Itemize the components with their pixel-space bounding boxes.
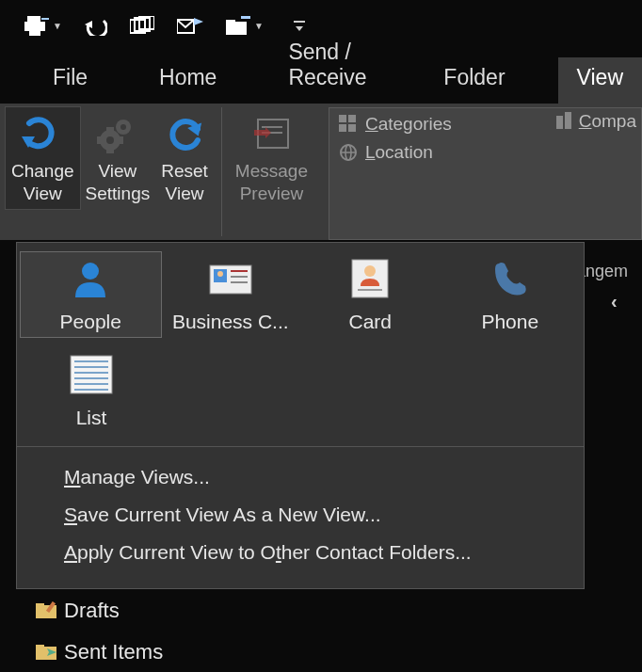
collapse-ribbon-chevron[interactable]: ‹ bbox=[611, 291, 618, 312]
svg-rect-29 bbox=[339, 115, 346, 122]
qat-archive-button[interactable]: ▼ bbox=[226, 16, 264, 37]
folder-drafts-label: Drafts bbox=[64, 599, 120, 623]
qat-undo-button[interactable] bbox=[85, 17, 107, 36]
view-option-list-label: List bbox=[76, 407, 107, 429]
reset-view-label: Reset View bbox=[161, 160, 208, 205]
menu-apply-view[interactable]: Apply Current View to Other Contact Fold… bbox=[17, 534, 584, 571]
forward-mail-icon bbox=[177, 16, 203, 37]
view-option-card[interactable]: Card bbox=[300, 252, 441, 337]
view-settings-button[interactable]: View Settings bbox=[80, 107, 156, 209]
svg-point-19 bbox=[106, 136, 114, 144]
card-icon bbox=[348, 258, 392, 299]
svg-rect-30 bbox=[348, 115, 356, 122]
drafts-folder-icon bbox=[36, 601, 58, 620]
svg-rect-37 bbox=[565, 112, 571, 129]
change-view-icon bbox=[22, 116, 63, 153]
view-option-people[interactable]: People bbox=[21, 252, 161, 337]
archive-folder-icon bbox=[226, 16, 250, 37]
svg-rect-3 bbox=[41, 18, 49, 20]
tab-send-receive[interactable]: Send / Receive bbox=[269, 32, 391, 104]
svg-rect-10 bbox=[226, 22, 247, 35]
folder-list: Drafts Sent Items bbox=[36, 599, 163, 664]
ribbon-tabstrip: File Home Send / Receive Folder View bbox=[0, 53, 642, 104]
arrangement-company[interactable]: Compa bbox=[579, 111, 636, 132]
view-option-list[interactable]: List bbox=[21, 348, 162, 433]
cascade-windows-icon bbox=[130, 16, 154, 37]
reset-icon bbox=[164, 116, 205, 153]
svg-point-41 bbox=[217, 271, 223, 277]
globe-icon bbox=[339, 143, 358, 162]
printer-icon bbox=[24, 16, 49, 37]
menu-divider bbox=[17, 446, 584, 447]
qat-print-button[interactable]: ▼ bbox=[24, 16, 62, 37]
svg-rect-56 bbox=[36, 603, 44, 607]
tab-home[interactable]: Home bbox=[140, 57, 235, 104]
message-preview-icon bbox=[250, 116, 292, 153]
svg-marker-9 bbox=[194, 18, 203, 25]
view-option-card-label: Card bbox=[348, 311, 392, 333]
svg-rect-59 bbox=[36, 645, 44, 648]
svg-rect-2 bbox=[29, 28, 40, 36]
categories-icon bbox=[339, 115, 358, 134]
folder-drafts[interactable]: Drafts bbox=[36, 599, 163, 623]
svg-marker-28 bbox=[254, 127, 271, 138]
svg-rect-32 bbox=[348, 124, 356, 132]
change-view-label: Change View bbox=[11, 160, 74, 205]
phone-icon bbox=[490, 258, 531, 299]
svg-rect-12 bbox=[241, 16, 250, 19]
view-option-people-label: People bbox=[60, 311, 121, 333]
svg-marker-24 bbox=[187, 123, 205, 139]
qat-windows-button[interactable] bbox=[130, 16, 154, 37]
svg-rect-0 bbox=[27, 16, 40, 22]
svg-point-17 bbox=[120, 124, 126, 130]
sent-folder-icon bbox=[36, 643, 58, 662]
view-option-business-label: Business C... bbox=[172, 311, 289, 333]
person-icon bbox=[70, 258, 111, 299]
menu-save-view[interactable]: Save Current View As a New View... bbox=[17, 496, 584, 534]
svg-rect-36 bbox=[556, 116, 563, 129]
business-card-icon bbox=[208, 260, 253, 297]
svg-point-46 bbox=[364, 265, 376, 277]
svg-rect-11 bbox=[226, 20, 235, 24]
svg-rect-22 bbox=[97, 136, 103, 144]
tab-file[interactable]: File bbox=[34, 57, 106, 104]
svg-point-38 bbox=[82, 263, 99, 280]
dropdown-arrow-icon: ▼ bbox=[254, 21, 264, 31]
folder-sent-label: Sent Items bbox=[64, 640, 163, 664]
view-option-phone-label: Phone bbox=[481, 311, 538, 333]
svg-rect-31 bbox=[339, 124, 346, 132]
message-preview-button: Message Preview bbox=[230, 107, 313, 209]
ribbon-view-tab: Change View View Settings bbox=[0, 104, 642, 240]
company-icon bbox=[554, 112, 573, 131]
svg-rect-23 bbox=[118, 136, 123, 144]
gear-icon bbox=[97, 116, 138, 153]
menu-manage-views[interactable]: Manage Views... bbox=[17, 458, 584, 496]
reset-view-button[interactable]: Reset View bbox=[155, 107, 214, 209]
tab-folder[interactable]: Folder bbox=[425, 57, 523, 104]
change-view-dropdown: People Business C... bbox=[17, 243, 584, 588]
ribbon-separator bbox=[221, 107, 222, 236]
svg-rect-20 bbox=[106, 127, 114, 133]
change-view-button[interactable]: Change View bbox=[6, 107, 80, 209]
tab-view[interactable]: View bbox=[558, 57, 642, 104]
undo-icon bbox=[85, 17, 107, 36]
svg-rect-55 bbox=[36, 605, 56, 618]
view-settings-label: View Settings bbox=[86, 160, 151, 205]
svg-rect-21 bbox=[106, 148, 114, 153]
svg-rect-13 bbox=[294, 21, 305, 23]
svg-marker-14 bbox=[296, 26, 303, 31]
arrangement-location[interactable]: Location bbox=[339, 142, 632, 163]
dropdown-arrow-icon: ▼ bbox=[53, 21, 62, 31]
view-option-business-card[interactable]: Business C... bbox=[161, 252, 301, 337]
view-option-phone[interactable]: Phone bbox=[441, 252, 581, 337]
message-preview-label: Message Preview bbox=[235, 160, 308, 205]
folder-sent-items[interactable]: Sent Items bbox=[36, 640, 163, 664]
qat-forward-mail-button[interactable] bbox=[177, 16, 203, 37]
list-icon bbox=[69, 354, 114, 395]
